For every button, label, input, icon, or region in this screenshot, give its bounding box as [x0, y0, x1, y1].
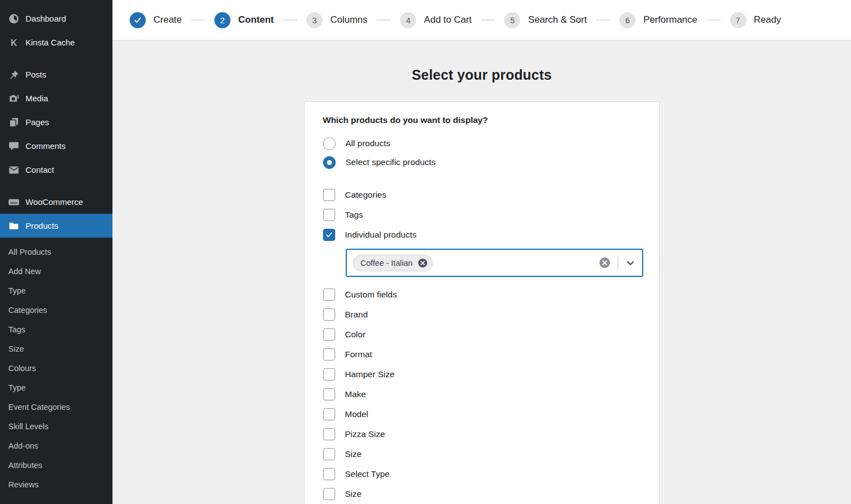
- step-number: 7: [730, 12, 746, 28]
- step-connector: [377, 19, 391, 20]
- comments-icon: [8, 140, 19, 152]
- radio-row-select-specific-products[interactable]: Select specific products: [323, 153, 641, 172]
- sidebar-item-kinsta-cache[interactable]: KKinsta Cache: [0, 30, 112, 54]
- sidebar-item-label: Kinsta Cache: [25, 38, 75, 47]
- checkbox-label: Custom fields: [345, 290, 397, 300]
- checkbox-row-pizza-size[interactable]: Pizza Size: [323, 424, 641, 444]
- submenu-item-type[interactable]: Type: [0, 378, 112, 398]
- checkbox-individual-products[interactable]: [323, 229, 335, 241]
- sidebar-item-label: Products: [25, 221, 58, 230]
- step-performance[interactable]: 6Performance: [619, 12, 697, 28]
- woocommerce-icon: woo: [8, 196, 19, 208]
- media-icon: [8, 92, 19, 104]
- checkbox-make[interactable]: [323, 388, 335, 400]
- checkbox-color[interactable]: [323, 328, 335, 341]
- content-area: Select your products Which products do y…: [112, 40, 851, 504]
- submenu-item-reviews[interactable]: Reviews: [0, 475, 112, 495]
- kinsta-icon: K: [8, 37, 19, 48]
- step-create[interactable]: Create: [130, 12, 182, 28]
- submenu-item-add-ons[interactable]: Add-ons: [0, 436, 112, 456]
- step-search-sort[interactable]: 5Search & Sort: [504, 12, 587, 28]
- sidebar-item-label: Comments: [25, 141, 66, 151]
- checkbox-label: Size: [345, 449, 362, 459]
- sidebar-item-products[interactable]: Products: [0, 214, 112, 238]
- step-label: Search & Sort: [528, 14, 587, 25]
- pages-icon: [8, 116, 19, 128]
- checkbox-label: Pizza Size: [345, 429, 385, 439]
- sidebar-item-posts[interactable]: Posts: [0, 63, 112, 86]
- checkbox-row-brand[interactable]: Brand: [323, 305, 641, 325]
- sidebar-item-contact[interactable]: Contact: [0, 158, 112, 182]
- checkbox-row-size[interactable]: Size: [323, 484, 641, 504]
- checkbox-row-custom-fields[interactable]: Custom fields: [323, 285, 641, 305]
- checkbox-select-type[interactable]: [323, 468, 335, 480]
- products-submenu: All ProductsAdd NewTypeCategoriesTagsSiz…: [0, 238, 112, 500]
- product-token-coffee-italian: Coffee - Italian: [353, 255, 433, 271]
- sidebar-item-media[interactable]: Media: [0, 86, 112, 110]
- radio-select-specific-products[interactable]: [323, 156, 336, 169]
- radio-label: All products: [346, 138, 391, 148]
- step-number: 5: [504, 12, 520, 28]
- submenu-item-attributes[interactable]: Attributes: [0, 456, 112, 475]
- clear-selection-icon[interactable]: [599, 257, 611, 269]
- checkbox-hamper-size[interactable]: [323, 368, 335, 380]
- sidebar-item-woocommerce[interactable]: wooWooCommerce: [0, 190, 112, 214]
- step-ready[interactable]: 7Ready: [730, 12, 781, 28]
- checkbox-row-make[interactable]: Make: [323, 384, 641, 404]
- submenu-item-categories[interactable]: Categories: [0, 301, 112, 320]
- checkbox-row-tags[interactable]: Tags: [323, 205, 641, 225]
- checkbox-format[interactable]: [323, 348, 335, 361]
- sidebar-item-pages[interactable]: Pages: [0, 110, 112, 134]
- sidebar-item-label: Contact: [25, 165, 54, 174]
- step-label: Performance: [643, 14, 697, 25]
- remove-token-icon[interactable]: [418, 258, 428, 268]
- submenu-item-event-categories[interactable]: Event Categories: [0, 398, 112, 417]
- sidebar-item-comments[interactable]: Comments: [0, 134, 112, 158]
- step-add-to-cart[interactable]: 4Add to Cart: [400, 12, 471, 28]
- submenu-item-tags[interactable]: Tags: [0, 320, 112, 340]
- checkbox-label: Size: [345, 489, 362, 499]
- radio-row-all-products[interactable]: All products: [323, 134, 641, 153]
- wizard-topbar: Create2Content3Columns4Add to Cart5Searc…: [112, 0, 851, 40]
- step-number: 6: [619, 12, 635, 28]
- checkbox-row-individual-products[interactable]: Individual products: [323, 225, 641, 245]
- radio-all-products[interactable]: [323, 137, 336, 150]
- contact-icon: [8, 164, 19, 176]
- checkbox-row-hamper-size[interactable]: Hamper Size: [323, 364, 641, 384]
- submenu-item-skill-levels[interactable]: Skill Levels: [0, 417, 112, 436]
- checkbox-label: Select Type: [345, 469, 390, 479]
- checkbox-row-format[interactable]: Format: [323, 344, 641, 364]
- checkbox-categories[interactable]: [323, 189, 335, 201]
- main-area: Create2Content3Columns4Add to Cart5Searc…: [112, 0, 851, 504]
- checkbox-custom-fields[interactable]: [323, 289, 335, 301]
- submenu-item-type[interactable]: Type: [0, 281, 112, 301]
- checkbox-tags[interactable]: [323, 209, 335, 221]
- checkbox-label: Model: [345, 409, 368, 419]
- checkbox-size[interactable]: [323, 448, 335, 460]
- product-filter-checkbox-group: CategoriesTagsIndividual products: [323, 185, 641, 245]
- step-number: 2: [214, 12, 230, 28]
- select-divider: [618, 255, 618, 271]
- submenu-item-size[interactable]: Size: [0, 340, 112, 359]
- submenu-item-colours[interactable]: Colours: [0, 359, 112, 378]
- checkbox-row-categories[interactable]: Categories: [323, 185, 641, 205]
- checkbox-size[interactable]: [323, 488, 335, 500]
- step-number: 3: [306, 12, 322, 28]
- submenu-item-all-products[interactable]: All Products: [0, 243, 112, 262]
- step-connector: [191, 19, 205, 20]
- checkbox-label: Individual products: [345, 230, 417, 240]
- chevron-down-icon[interactable]: [626, 258, 635, 268]
- submenu-item-add-new[interactable]: Add New: [0, 262, 112, 281]
- checkbox-model[interactable]: [323, 408, 335, 420]
- checkbox-row-model[interactable]: Model: [323, 404, 641, 424]
- checkbox-pizza-size[interactable]: [323, 428, 335, 440]
- step-columns[interactable]: 3Columns: [306, 12, 367, 28]
- sidebar-item-dashboard[interactable]: Dashboard: [0, 7, 112, 30]
- checkbox-row-color[interactable]: Color: [323, 325, 641, 344]
- step-label: Content: [238, 14, 274, 25]
- individual-products-select[interactable]: Coffee - Italian: [346, 249, 643, 277]
- checkbox-row-size[interactable]: Size: [323, 444, 641, 464]
- checkbox-brand[interactable]: [323, 308, 335, 321]
- checkbox-row-select-type[interactable]: Select Type: [323, 464, 641, 484]
- step-content[interactable]: 2Content: [214, 12, 274, 28]
